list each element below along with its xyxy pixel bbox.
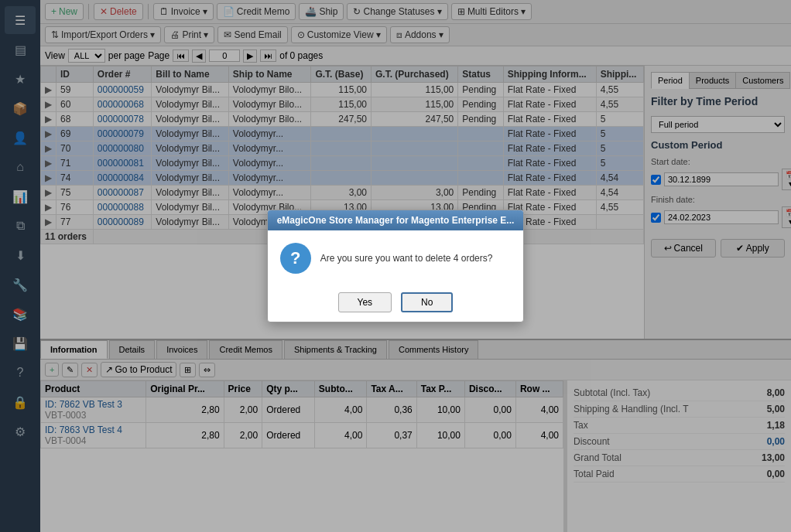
modal-dialog: eMagicOne Store Manager for Magento Ente… [267, 210, 525, 322]
modal-body: ? Are you sure you want to delete 4 orde… [268, 230, 524, 286]
modal-no-button[interactable]: No [401, 292, 453, 312]
modal-footer: Yes No [268, 286, 524, 322]
modal-message: Are you sure you want to delete 4 orders… [320, 253, 493, 264]
modal-question-icon: ? [280, 243, 311, 274]
modal-yes-button[interactable]: Yes [338, 292, 392, 312]
modal-title: eMagicOne Store Manager for Magento Ente… [277, 215, 515, 226]
modal-overlay: eMagicOne Store Manager for Magento Ente… [0, 0, 791, 532]
modal-header: eMagicOne Store Manager for Magento Ente… [268, 210, 524, 230]
